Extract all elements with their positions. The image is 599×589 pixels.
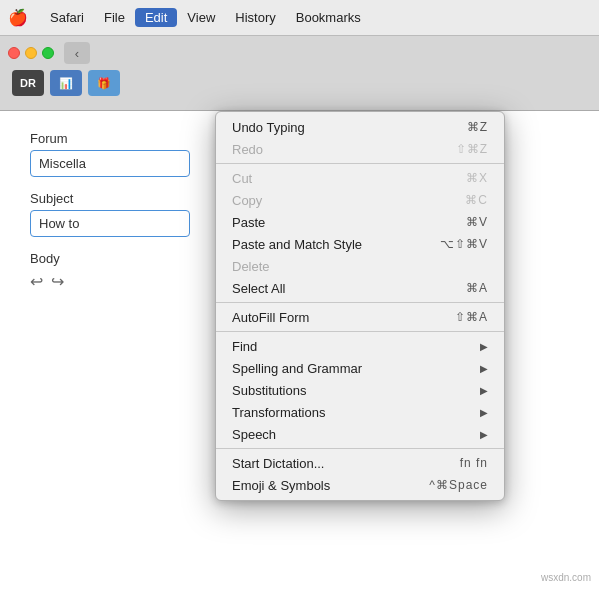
separator-4: [216, 448, 504, 449]
menu-item-copy: Copy ⌘C: [216, 189, 504, 211]
menu-item-spelling-grammar[interactable]: Spelling and Grammar ▶: [216, 357, 504, 379]
separator-1: [216, 163, 504, 164]
menu-item-paste-match-style[interactable]: Paste and Match Style ⌥⇧⌘V: [216, 233, 504, 255]
menu-item-speech[interactable]: Speech ▶: [216, 423, 504, 445]
separator-2: [216, 302, 504, 303]
toolbar-icon-dr[interactable]: DR: [12, 70, 44, 96]
browser-chrome: ‹ DR 📊 🎁: [0, 36, 599, 111]
menu-item-cut: Cut ⌘X: [216, 167, 504, 189]
redo-icon[interactable]: ↪: [51, 272, 64, 291]
page-content: Forum Subject Body ↩ ↪ Undo Typing ⌘Z Re…: [0, 111, 599, 589]
undo-icon[interactable]: ↩: [30, 272, 43, 291]
menu-item-emoji-symbols[interactable]: Emoji & Symbols ^⌘Space: [216, 474, 504, 496]
toolbar-icon-gift[interactable]: 🎁: [88, 70, 120, 96]
menu-item-find[interactable]: Find ▶: [216, 335, 504, 357]
fullscreen-button[interactable]: [42, 47, 54, 59]
menubar-view[interactable]: View: [177, 8, 225, 27]
menubar-history[interactable]: History: [225, 8, 285, 27]
menu-item-start-dictation[interactable]: Start Dictation... fn fn: [216, 452, 504, 474]
menu-item-paste[interactable]: Paste ⌘V: [216, 211, 504, 233]
menu-item-transformations[interactable]: Transformations ▶: [216, 401, 504, 423]
menubar-safari[interactable]: Safari: [40, 8, 94, 27]
apple-menu[interactable]: 🍎: [8, 8, 28, 27]
menu-item-select-all[interactable]: Select All ⌘A: [216, 277, 504, 299]
subject-input[interactable]: [30, 210, 190, 237]
menu-bar: 🍎 Safari File Edit View History Bookmark…: [0, 0, 599, 36]
menu-item-undo-typing[interactable]: Undo Typing ⌘Z: [216, 116, 504, 138]
traffic-lights: [8, 47, 54, 59]
menu-item-delete: Delete: [216, 255, 504, 277]
minimize-button[interactable]: [25, 47, 37, 59]
browser-toolbar: DR 📊 🎁: [12, 70, 591, 96]
menubar-file[interactable]: File: [94, 8, 135, 27]
forum-input[interactable]: [30, 150, 190, 177]
menubar-bookmarks[interactable]: Bookmarks: [286, 8, 371, 27]
menu-item-redo: Redo ⇧⌘Z: [216, 138, 504, 160]
watermark: wsxdn.com: [541, 572, 591, 583]
menu-item-autofill[interactable]: AutoFill Form ⇧⌘A: [216, 306, 504, 328]
edit-dropdown-menu: Undo Typing ⌘Z Redo ⇧⌘Z Cut ⌘X Copy ⌘C P…: [215, 111, 505, 501]
menubar-edit[interactable]: Edit: [135, 8, 177, 27]
back-button[interactable]: ‹: [64, 42, 90, 64]
separator-3: [216, 331, 504, 332]
browser-top-row: ‹: [8, 42, 591, 64]
menu-item-substitutions[interactable]: Substitutions ▶: [216, 379, 504, 401]
toolbar-icon-stats[interactable]: 📊: [50, 70, 82, 96]
close-button[interactable]: [8, 47, 20, 59]
